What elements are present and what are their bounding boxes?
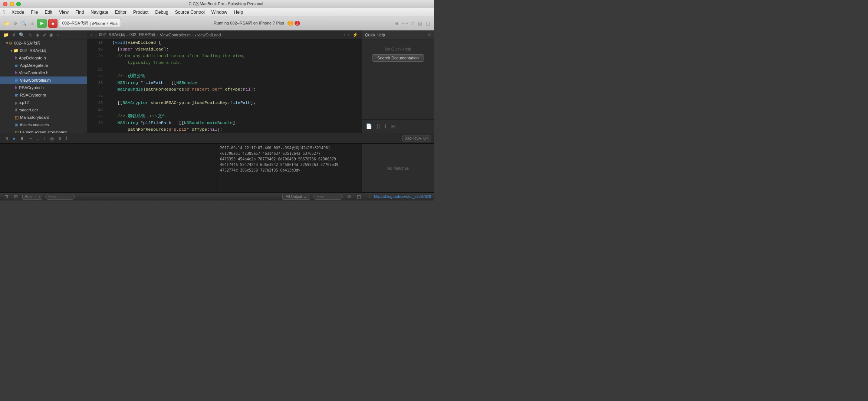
status-show-console-btn[interactable]: ⊞ bbox=[13, 193, 19, 200]
run-button[interactable]: ▶ bbox=[37, 19, 47, 28]
menu-debug[interactable]: Debug bbox=[152, 9, 171, 16]
quick-help-header: Quick Help ✕ bbox=[362, 30, 434, 39]
debug-console-btn[interactable]: ≡ bbox=[57, 135, 62, 142]
sidebar-item-root-group[interactable]: ▶ ⚙ 002--RSA代码 bbox=[0, 39, 87, 47]
stop-button[interactable]: ■ bbox=[48, 19, 57, 28]
toolbar-warning-icon[interactable]: ⚠ bbox=[29, 20, 36, 27]
output-layout-btn[interactable]: ◫ bbox=[355, 193, 362, 200]
sidebar-item-viewcontroller-h[interactable]: h ViewController.h bbox=[0, 69, 87, 76]
code-line-24: 24 bbox=[87, 93, 362, 100]
output-filter-input[interactable] bbox=[313, 194, 343, 200]
menu-find[interactable]: Find bbox=[72, 9, 87, 16]
all-output-selector[interactable]: All Output ▲ bbox=[282, 194, 310, 200]
qh-info-icon[interactable]: ℹ bbox=[384, 123, 387, 130]
close-button[interactable] bbox=[3, 2, 7, 6]
toolbar-layout-icon[interactable]: ⊞ bbox=[393, 20, 399, 27]
breadcrumb-project[interactable]: 002--RSA代码 bbox=[99, 32, 125, 38]
toolbar-version-icon[interactable]: ▤ bbox=[417, 20, 423, 27]
menu-xcode[interactable]: Xcode bbox=[9, 9, 27, 16]
window-controls[interactable] bbox=[3, 2, 21, 6]
breadcrumb-nav-back-icon[interactable]: ‹ bbox=[343, 32, 346, 38]
debug-console[interactable]: 2017-09-14 22:17:07.460 002--RSA代码[42415… bbox=[217, 144, 362, 192]
nav-test-icon[interactable]: ◈ bbox=[35, 32, 40, 38]
toolbar-panel-icon[interactable]: ⟺ bbox=[401, 20, 409, 27]
auto-label: Auto bbox=[25, 195, 33, 199]
sidebar-item-rsacryptor-h[interactable]: h RSACryptor.h bbox=[0, 84, 87, 91]
nav-search-icon[interactable]: 🔍 bbox=[18, 32, 26, 38]
sidebar-item-p12[interactable]: p p.p12 bbox=[0, 99, 87, 106]
url-link[interactable]: https://blog.csdn.net/qq_27597629 bbox=[374, 195, 431, 199]
debug-step-out-btn[interactable]: ↑ bbox=[42, 135, 47, 142]
breadcrumb-group[interactable]: 002--RSA代码 bbox=[129, 32, 155, 38]
title-bar: C.C的MacBook Pro - Splashtop Personal bbox=[0, 0, 434, 8]
debug-pause-btn[interactable]: ⏸ bbox=[18, 135, 26, 142]
menu-navigate[interactable]: Navigate bbox=[88, 9, 111, 16]
breadcrumb-method[interactable]: - viewDidLoad bbox=[195, 33, 221, 37]
maximize-button[interactable] bbox=[16, 2, 21, 6]
debug-share-btn[interactable]: ⤴ bbox=[64, 135, 69, 142]
breadcrumb-add-icon[interactable]: ⚡ bbox=[352, 32, 359, 38]
menu-source-control[interactable]: Source Control bbox=[172, 9, 208, 16]
output-clear-btn[interactable]: ⊘ bbox=[346, 193, 352, 200]
sidebar-item-rsacert[interactable]: d rsacert.der bbox=[0, 106, 87, 114]
sidebar-item-main-group[interactable]: ▶ 📁 002--RSA代码 bbox=[0, 47, 87, 54]
menu-edit[interactable]: Edit bbox=[42, 9, 56, 16]
minimize-button[interactable] bbox=[10, 2, 14, 6]
breadcrumb-file[interactable]: ViewController.m bbox=[160, 33, 191, 37]
search-documentation-button[interactable]: Search Documentation bbox=[372, 54, 424, 62]
sidebar-item-appdelegate-m[interactable]: m AppDelegate.m bbox=[0, 62, 87, 69]
quick-help-close-icon[interactable]: ✕ bbox=[428, 32, 431, 37]
nav-breakpoint-icon[interactable]: ◉ bbox=[48, 32, 54, 38]
file-type-icon: m bbox=[15, 93, 19, 97]
sidebar-item-rsacryptor-m[interactable]: m RSACryptor.m bbox=[0, 91, 87, 99]
file-type-icon: h bbox=[15, 56, 17, 60]
warning-badge: 3 bbox=[287, 21, 293, 26]
apple-logo-icon[interactable]:  bbox=[3, 9, 5, 15]
menu-file[interactable]: File bbox=[28, 9, 41, 16]
toolbar-assistant-icon[interactable]: □ bbox=[411, 20, 415, 27]
toolbar-settings-icon[interactable]: ⚙ bbox=[12, 20, 19, 27]
debug-location-btn[interactable]: ◎ bbox=[49, 135, 55, 142]
breadcrumb-back-icon[interactable]: ‹ bbox=[90, 32, 93, 38]
menu-editor[interactable]: Editor bbox=[112, 9, 129, 16]
sidebar-item-main-storyboard[interactable]: ◫ Main.storyboard bbox=[0, 114, 87, 121]
nav-warning-nav-icon[interactable]: ⚠ bbox=[27, 32, 33, 38]
qh-code-icon[interactable]: {} bbox=[376, 123, 381, 130]
sidebar-item-appdelegate-h[interactable]: h AppDelegate.h bbox=[0, 54, 87, 62]
nav-report-icon[interactable]: ≡ bbox=[56, 32, 60, 38]
output-layout2-btn[interactable]: □ bbox=[365, 193, 371, 200]
debug-step-in-btn[interactable]: ↓ bbox=[35, 135, 40, 142]
sidebar-file-label: ViewController.h bbox=[19, 71, 49, 75]
qh-file-icon[interactable]: 📄 bbox=[365, 123, 373, 130]
toolbar-search-icon[interactable]: 🔍 bbox=[20, 20, 28, 27]
qh-grid-icon[interactable]: ⊞ bbox=[390, 123, 396, 130]
nav-folder-icon[interactable]: 📁 bbox=[2, 32, 10, 38]
code-content[interactable]: – 18 – (void)viewDidLoad { 19 [super vie… bbox=[87, 39, 362, 133]
status-show-panel-btn[interactable]: ⊡ bbox=[3, 193, 10, 200]
debug-filter-input[interactable] bbox=[45, 194, 75, 200]
triangle-icon: ▶ bbox=[10, 49, 13, 52]
sidebar-item-assets[interactable]: ⊞ Assets.xcassets bbox=[0, 121, 87, 128]
sidebar-item-launchscreen[interactable]: ◫ LaunchScreen.storyboard bbox=[0, 128, 87, 133]
menu-product[interactable]: Product bbox=[130, 9, 151, 16]
storyboard-icon: ◫ bbox=[15, 115, 19, 120]
debug-hide-btn[interactable]: ⊡ bbox=[3, 135, 10, 142]
sidebar-file-label: LaunchScreen.storyboard bbox=[20, 130, 67, 133]
toolbar-split-icon[interactable]: ◫ bbox=[425, 20, 431, 27]
sidebar-item-viewcontroller-m[interactable]: m ViewController.m bbox=[0, 76, 87, 84]
scheme-selector[interactable]: 002--RSA代码 | iPhone 7 Plus bbox=[59, 19, 121, 28]
debug-record-btn[interactable]: ● bbox=[11, 135, 17, 142]
toolbar-folder-icon[interactable]: 📁 bbox=[3, 20, 11, 27]
menu-window[interactable]: Window bbox=[208, 9, 230, 16]
nav-git-icon[interactable]: ⑆ bbox=[11, 32, 16, 38]
breadcrumb-forward-icon[interactable]: › bbox=[95, 32, 98, 38]
menu-view[interactable]: View bbox=[56, 9, 72, 16]
debug-variables-panel bbox=[0, 144, 217, 192]
debug-step-over-btn[interactable]: ⤻ bbox=[27, 135, 34, 142]
sidebar-root-label: 002--RSA代码 bbox=[14, 40, 40, 46]
menu-help[interactable]: Help bbox=[231, 9, 246, 16]
breadcrumb-nav-forward-icon[interactable]: › bbox=[347, 32, 350, 38]
auto-selector[interactable]: Auto ✓ ℹ bbox=[22, 194, 42, 200]
nav-debug-icon[interactable]: ⑇ bbox=[42, 32, 47, 38]
auto-check-icon: ✓ bbox=[34, 195, 37, 199]
